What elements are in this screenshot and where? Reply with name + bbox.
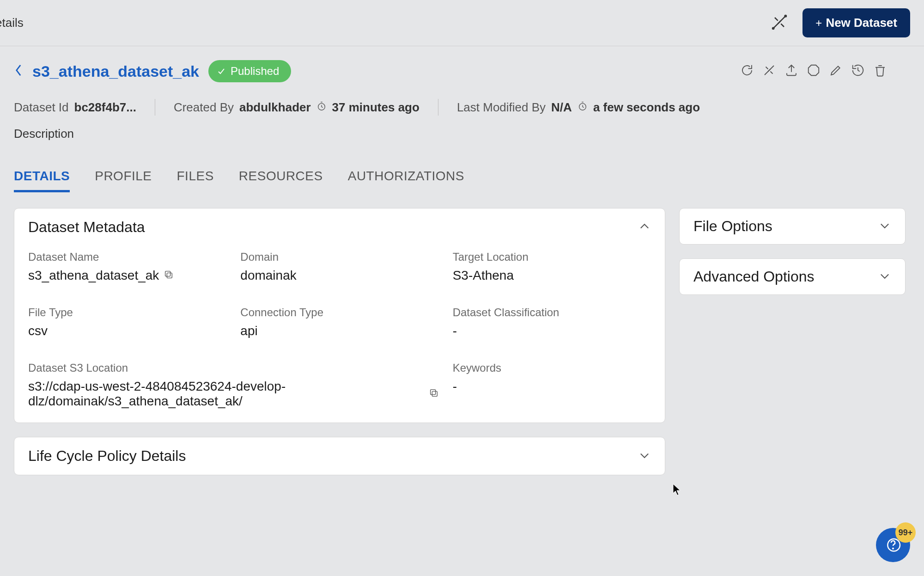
panel-advanced-options: Advanced Options: [679, 258, 906, 295]
svg-marker-2: [808, 65, 819, 76]
upload-icon[interactable]: [784, 63, 798, 79]
panel-dataset-metadata: Dataset Metadata Dataset Name s3_athena_…: [14, 208, 665, 423]
separator: [155, 99, 155, 116]
value: s3_athena_dataset_ak: [28, 268, 159, 283]
back-chevron-icon[interactable]: [14, 64, 23, 79]
panel-header-metadata[interactable]: Dataset Metadata: [14, 208, 665, 246]
svg-rect-8: [430, 390, 435, 395]
tab-resources[interactable]: RESOURCES: [239, 169, 323, 192]
clock-icon: [578, 100, 588, 115]
action-icons: [740, 63, 906, 79]
panel-header-file-options[interactable]: File Options: [680, 208, 905, 244]
copy-icon[interactable]: [429, 386, 439, 401]
cursor-icon: [672, 483, 681, 496]
content: s3_athena_dataset_ak Published: [0, 46, 924, 475]
help-badge: 99+: [895, 522, 916, 543]
field-target-location: Target Location S3-Athena: [453, 251, 651, 283]
value: -: [453, 324, 457, 338]
created-by-value: abdulkhader: [239, 100, 311, 115]
dataset-id-value: bc28f4b7...: [74, 100, 136, 115]
columns: Dataset Metadata Dataset Name s3_athena_…: [14, 208, 906, 475]
field-connection-type: Connection Type api: [240, 306, 438, 338]
field-keywords: Keywords -: [453, 362, 651, 409]
modified-by-value: N/A: [551, 100, 572, 115]
plus-icon: +: [815, 17, 822, 30]
chevron-down-icon: [878, 270, 891, 284]
panel-body-metadata: Dataset Name s3_athena_dataset_ak Domain…: [14, 246, 665, 423]
panel-file-options: File Options: [679, 208, 906, 245]
label: Dataset Name: [28, 251, 226, 263]
modified-by: Last Modified By N/A a few seconds ago: [457, 100, 700, 115]
new-dataset-label: New Dataset: [826, 16, 897, 30]
created-by-label: Created By: [174, 100, 234, 115]
tools-action-icon[interactable]: [762, 63, 776, 79]
dataset-title[interactable]: s3_athena_dataset_ak: [32, 62, 199, 80]
history-icon[interactable]: [851, 63, 865, 79]
panel-title-metadata: Dataset Metadata: [28, 219, 145, 236]
clock-icon: [316, 100, 327, 115]
panel-title-lifecycle: Life Cycle Policy Details: [28, 447, 186, 465]
modified-time: a few seconds ago: [593, 100, 700, 115]
dataset-id: Dataset Id bc28f4b7...: [14, 100, 136, 115]
delete-icon[interactable]: [873, 63, 887, 79]
value: -: [453, 379, 457, 394]
chevron-up-icon: [638, 220, 651, 235]
label: Target Location: [453, 251, 651, 263]
check-icon: [217, 67, 226, 76]
panel-header-advanced-options[interactable]: Advanced Options: [680, 259, 905, 294]
field-file-type: File Type csv: [28, 306, 226, 338]
tab-details[interactable]: DETAILS: [14, 169, 70, 192]
copy-icon[interactable]: [164, 268, 174, 283]
breadcrumb: etails: [0, 16, 24, 30]
panel-title-file-options: File Options: [693, 218, 772, 235]
label: Domain: [240, 251, 438, 263]
left-column: Dataset Metadata Dataset Name s3_athena_…: [14, 208, 665, 475]
created-by: Created By abdulkhader 37 minutes ago: [174, 100, 419, 115]
panel-lifecycle: Life Cycle Policy Details: [14, 437, 665, 475]
right-column: File Options Advanced Options: [679, 208, 906, 475]
field-s3-location: Dataset S3 Location s3://cdap-us-west-2-…: [28, 362, 439, 409]
value: S3-Athena: [453, 268, 514, 283]
tabs: DETAILS PROFILE FILES RESOURCES AUTHORIZ…: [14, 169, 906, 192]
tab-files[interactable]: FILES: [177, 169, 214, 192]
label: Keywords: [453, 362, 651, 374]
dataset-id-label: Dataset Id: [14, 100, 69, 115]
label: Connection Type: [240, 306, 438, 319]
svg-rect-6: [165, 271, 170, 276]
top-bar: etails + New Dataset: [0, 0, 924, 46]
status-label: Published: [231, 65, 279, 78]
refresh-icon[interactable]: [740, 63, 754, 79]
help-chat-button[interactable]: 99+: [876, 528, 910, 562]
panel-header-lifecycle[interactable]: Life Cycle Policy Details: [14, 437, 665, 475]
svg-point-9: [893, 548, 894, 549]
value: s3://cdap-us-west-2-484084523624-develop…: [28, 379, 424, 409]
tab-profile[interactable]: PROFILE: [95, 169, 152, 192]
panel-title-advanced-options: Advanced Options: [693, 268, 815, 285]
value: api: [240, 324, 257, 338]
chevron-down-icon: [638, 449, 651, 464]
svg-rect-7: [432, 391, 437, 396]
field-classification: Dataset Classification -: [453, 306, 651, 338]
edit-icon[interactable]: [829, 63, 843, 79]
label: Dataset S3 Location: [28, 362, 439, 374]
label: Dataset Classification: [453, 306, 651, 319]
tools-icon[interactable]: [770, 13, 789, 33]
value: csv: [28, 324, 48, 338]
field-domain: Domain domainak: [240, 251, 438, 283]
separator: [438, 99, 438, 116]
meta-line: Dataset Id bc28f4b7... Created By abdulk…: [14, 99, 906, 116]
modified-by-label: Last Modified By: [457, 100, 546, 115]
chevron-down-icon: [878, 219, 891, 234]
field-dataset-name: Dataset Name s3_athena_dataset_ak: [28, 251, 226, 283]
status-badge: Published: [208, 60, 291, 82]
created-time: 37 minutes ago: [332, 100, 419, 115]
stop-icon[interactable]: [807, 63, 821, 79]
label: File Type: [28, 306, 226, 319]
metadata-grid: Dataset Name s3_athena_dataset_ak Domain…: [28, 251, 651, 409]
tab-authorizations[interactable]: AUTHORIZATIONS: [348, 169, 464, 192]
new-dataset-button[interactable]: + New Dataset: [802, 8, 910, 37]
top-bar-right: + New Dataset: [770, 8, 910, 37]
description-label: Description: [14, 127, 906, 141]
svg-rect-5: [167, 273, 172, 278]
value: domainak: [240, 268, 296, 283]
